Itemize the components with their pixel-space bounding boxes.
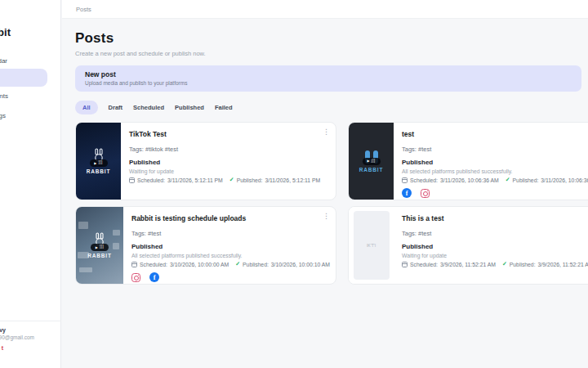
posts-page: Posts Create a new post and schedule or … [62, 19, 588, 285]
post-status-detail: All selected platforms published success… [131, 253, 327, 258]
thumbnail-chart-decoration [78, 252, 89, 258]
post-status: Published [129, 159, 327, 166]
post-card: ▶]]] RABBIT ⋮ Rabbit is testing schedule… [75, 206, 336, 285]
sidebar-item-settings[interactable]: gs [0, 112, 6, 119]
post-tags: Tags: #test [402, 230, 588, 237]
calendar-icon [129, 177, 135, 183]
post-card: ▶]]] RABBIT ⋮ TikTok Test Tags: #tiktok … [75, 122, 336, 200]
thumbnail-chart-decoration [79, 267, 92, 272]
post-schedule-row: Scheduled: 3/11/2026, 5:12:11 PM ✓ Publi… [129, 177, 327, 183]
breadcrumb: Posts [76, 6, 91, 13]
post-tags: Tags: #tiktok #test [129, 146, 327, 153]
check-icon: ✓ [229, 177, 234, 183]
play-button-icon: ▶]]] [91, 244, 109, 251]
facebook-icon[interactable]: f [149, 272, 159, 282]
post-status: Published [131, 243, 327, 250]
tab-published[interactable]: Published [175, 104, 204, 111]
post-tags: Tags: #test [402, 146, 588, 153]
post-title: This is a test [402, 214, 588, 222]
tab-draft[interactable]: Draft [109, 104, 123, 111]
post-video-thumbnail[interactable]: ▶j]] RABBIT [349, 123, 394, 200]
scheduled-label: Scheduled: [410, 177, 438, 183]
published-value: 3/11/2026, 5:12:11 PM [265, 177, 320, 183]
scheduled-label: Scheduled: [137, 177, 165, 183]
check-icon: ✓ [235, 261, 240, 267]
play-button-icon: ▶j]] [363, 158, 381, 165]
post-tags: Tags: #test [131, 230, 327, 237]
published-value: 3/10/2026, 10:00:10 AM [271, 262, 330, 267]
thumbnail-brand-text: RABBIT [87, 168, 110, 174]
sidebar-item-calendar[interactable]: dar [0, 57, 7, 65]
published-label: Published: [237, 177, 263, 183]
post-card-body: ⋮ test Tags: #test Published All selecte… [394, 123, 588, 200]
post-thumbnail-placeholder[interactable]: IK'T'I [349, 207, 394, 284]
post-status: Published [402, 159, 588, 166]
new-post-title: New post [85, 70, 572, 79]
check-icon: ✓ [506, 177, 510, 183]
published-value: 3/9/2026, 11:52:21 AM [538, 262, 588, 267]
calendar-icon [402, 177, 408, 183]
user-name: vy [0, 327, 6, 333]
post-status-detail: Waiting for update [402, 253, 588, 258]
calendar-icon [131, 262, 137, 267]
thumbnail-brand-text: RABBIT [359, 167, 383, 173]
logout-link[interactable]: t [2, 345, 3, 351]
new-post-banner[interactable]: New post Upload media and publish to you… [75, 65, 581, 92]
published-label: Published: [513, 177, 539, 183]
scheduled-label: Scheduled: [410, 262, 438, 267]
post-title: TikTok Test [129, 130, 327, 138]
platform-icons: f [402, 188, 588, 198]
top-bar: Posts [62, 0, 588, 19]
user-email: 990@gmail.com [0, 334, 34, 340]
facebook-icon[interactable]: f [402, 188, 412, 198]
instagram-icon[interactable] [131, 273, 140, 282]
broken-image-placeholder: IK'T'I [354, 211, 390, 280]
post-card-body: ⋮ Rabbit is testing schedule uploads Tag… [123, 207, 336, 284]
tab-all[interactable]: All [75, 101, 98, 114]
check-icon: ✓ [502, 261, 507, 267]
page-subtitle: Create a new post and schedule or publis… [75, 50, 588, 57]
instagram-icon[interactable] [421, 189, 430, 198]
scheduled-value: 3/9/2026, 11:52:21 AM [440, 262, 496, 267]
post-card: ▶j]] RABBIT ⋮ test Tags: #test Published… [348, 122, 588, 200]
app-logo: bit [0, 26, 11, 38]
sidebar-item-posts-active[interactable] [0, 69, 47, 87]
post-menu-button[interactable]: ⋮ [323, 213, 330, 220]
post-title: test [402, 130, 588, 138]
sidebar-divider [0, 321, 61, 321]
thumbnail-chart-decoration [113, 230, 120, 236]
platform-icons: f [131, 272, 327, 282]
published-value: 3/11/2026, 10:06:36 AM [541, 177, 588, 183]
calendar-icon [402, 262, 408, 267]
post-menu-button[interactable]: ⋮ [323, 128, 330, 136]
post-schedule-row: Scheduled: 3/11/2026, 10:06:36 AM ✓ Publ… [402, 177, 588, 183]
tab-failed[interactable]: Failed [215, 104, 233, 111]
scheduled-label: Scheduled: [140, 262, 167, 267]
status-filter-tabs: All Draft Scheduled Published Failed [75, 101, 588, 114]
post-status-detail: Waiting for update [129, 168, 327, 174]
scheduled-value: 3/11/2026, 5:12:11 PM [167, 177, 223, 183]
thumbnail-brand-text: RABBIT [87, 253, 111, 258]
sidebar-item-accounts[interactable]: unts [0, 92, 8, 100]
post-video-thumbnail[interactable]: ▶]]] RABBIT [76, 123, 121, 200]
play-button-icon: ▶]]] [90, 159, 108, 167]
scheduled-value: 3/11/2026, 10:06:36 AM [440, 177, 499, 183]
post-video-thumbnail[interactable]: ▶]]] RABBIT [76, 207, 123, 284]
thumbnail-chart-decoration [113, 243, 119, 249]
post-status-detail: All selected platforms published success… [402, 168, 588, 174]
post-schedule-row: Scheduled: 3/10/2026, 10:00:00 AM ✓ Publ… [131, 261, 327, 267]
posts-grid: ▶]]] RABBIT ⋮ TikTok Test Tags: #tiktok … [75, 122, 588, 285]
post-schedule-row: Scheduled: 3/9/2026, 11:52:21 AM ✓ Publi… [402, 261, 588, 267]
scheduled-value: 3/10/2026, 10:00:00 AM [170, 262, 229, 267]
placeholder-text: IK'T'I [367, 243, 376, 248]
tab-scheduled[interactable]: Scheduled [133, 104, 164, 111]
post-card-body: ⋮ TikTok Test Tags: #tiktok #test Publis… [121, 123, 336, 200]
sidebar: bit dar unts gs vy 990@gmail.com t [0, 0, 61, 368]
main-area: Posts Posts Create a new post and schedu… [62, 0, 588, 368]
post-title: Rabbit is testing schedule uploads [131, 214, 327, 222]
published-label: Published: [510, 262, 536, 267]
post-status: Published [402, 243, 588, 250]
new-post-subtitle: Upload media and publish to your platfor… [85, 80, 572, 86]
post-card-body: ⋮ This is a test Tags: #test Published W… [394, 207, 588, 284]
thumbnail-chart-decoration [78, 222, 88, 229]
